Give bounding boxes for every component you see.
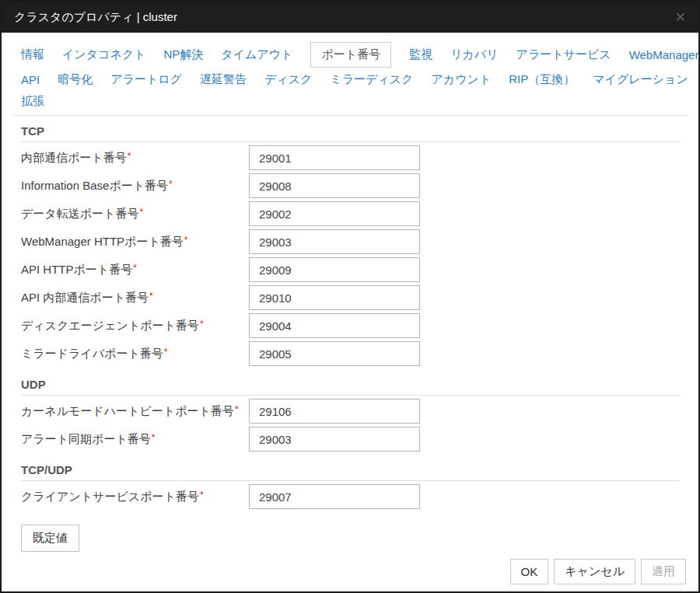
field-row: ミラードライバポート番号*: [21, 341, 679, 366]
port-number-panel: TCP 内部通信ポート番号* Information Baseポート番号* デー…: [2, 116, 698, 552]
information-base-port-input[interactable]: [249, 173, 420, 198]
field-row: クライアントサービスポート番号*: [21, 484, 679, 509]
tab-interconnect[interactable]: インタコネクト: [62, 47, 145, 62]
dialog-titlebar: クラスタのプロパティ | cluster ✕: [2, 2, 698, 33]
field-row: データ転送ポート番号*: [21, 201, 679, 226]
field-label: アラート同期ポート番号*: [21, 432, 249, 447]
field-label: カーネルモードハートビートポート番号*: [21, 404, 249, 419]
field-label: データ転送ポート番号*: [21, 207, 249, 222]
tab-extension[interactable]: 拡張: [21, 94, 44, 109]
internal-communication-port-input[interactable]: [249, 145, 420, 170]
field-label: クライアントサービスポート番号*: [21, 490, 249, 504]
section-heading-udp: UDP: [21, 369, 679, 396]
required-marker: *: [149, 291, 153, 302]
required-marker: *: [200, 319, 204, 330]
field-label: ミラードライバポート番号*: [21, 347, 249, 361]
tab-api[interactable]: API: [21, 73, 40, 86]
required-marker: *: [164, 347, 168, 358]
required-marker: *: [169, 179, 173, 190]
field-row: カーネルモードハートビートポート番号*: [21, 399, 679, 424]
field-row: 内部通信ポート番号*: [21, 145, 679, 170]
tab-info[interactable]: 情報: [21, 47, 44, 62]
tab-recovery[interactable]: リカバリ: [450, 47, 498, 62]
field-row: API HTTPポート番号*: [21, 257, 679, 282]
field-label: Information Baseポート番号*: [21, 179, 249, 194]
cancel-button[interactable]: キャンセル: [554, 559, 635, 584]
client-service-port-input[interactable]: [249, 484, 420, 509]
tab-disk[interactable]: ディスク: [264, 72, 312, 87]
required-marker: *: [200, 490, 204, 501]
required-marker: *: [139, 207, 143, 218]
section-heading-tcp: TCP: [21, 116, 679, 142]
cluster-properties-dialog: クラスタのプロパティ | cluster ✕ 情報 インタコネクト NP解決 タ…: [0, 0, 700, 593]
required-marker: *: [184, 235, 188, 246]
api-http-port-input[interactable]: [249, 257, 420, 282]
data-transfer-port-input[interactable]: [249, 201, 420, 226]
required-marker: *: [128, 151, 131, 162]
tab-row-3: 拡張: [21, 94, 688, 109]
tab-bar: 情報 インタコネクト NP解決 タイムアウト ポート番号 監視 リカバリ アラー…: [2, 33, 698, 109]
api-internal-communication-port-input[interactable]: [249, 285, 420, 310]
webmanager-http-port-input[interactable]: [249, 229, 420, 254]
alert-sync-port-input[interactable]: [249, 427, 420, 452]
apply-button[interactable]: 適用: [641, 559, 686, 584]
field-label: API 内部通信ポート番号*: [21, 291, 249, 305]
section-heading-tcp-udp: TCP/UDP: [21, 455, 679, 481]
dialog-footer: OK キャンセル 適用: [510, 559, 686, 584]
tab-port-number[interactable]: ポート番号: [310, 42, 391, 68]
field-row: WebManager HTTPポート番号*: [21, 229, 679, 254]
field-label: API HTTPポート番号*: [21, 263, 249, 277]
tab-account[interactable]: アカウント: [431, 72, 491, 87]
field-row: ディスクエージェントポート番号*: [21, 313, 679, 338]
tab-alert-log[interactable]: アラートログ: [110, 72, 182, 87]
tab-mirror-disk[interactable]: ミラーディスク: [330, 72, 413, 87]
default-values-button[interactable]: 既定値: [21, 525, 79, 552]
tab-migration[interactable]: マイグレーション: [593, 72, 688, 87]
required-marker: *: [235, 404, 239, 415]
kernel-mode-heartbeat-port-input[interactable]: [249, 399, 420, 424]
field-row: API 内部通信ポート番号*: [21, 285, 679, 310]
mirror-driver-port-input[interactable]: [249, 341, 420, 366]
field-label: WebManager HTTPポート番号*: [21, 235, 249, 249]
close-icon[interactable]: ✕: [675, 11, 686, 24]
tab-row-1: 情報 インタコネクト NP解決 タイムアウト ポート番号 監視 リカバリ アラー…: [21, 42, 688, 68]
tab-alert-service[interactable]: アラートサービス: [516, 47, 611, 62]
field-row: アラート同期ポート番号*: [21, 427, 679, 452]
disk-agent-port-input[interactable]: [249, 313, 420, 338]
ok-button[interactable]: OK: [510, 559, 549, 584]
tab-encryption[interactable]: 暗号化: [58, 72, 93, 87]
tab-row-2: API 暗号化 アラートログ 遅延警告 ディスク ミラーディスク アカウント R…: [21, 72, 688, 87]
dialog-title: クラスタのプロパティ | cluster: [14, 10, 177, 25]
tab-timeout[interactable]: タイムアウト: [221, 47, 292, 62]
required-marker: *: [133, 263, 137, 274]
tab-rip-compat[interactable]: RIP（互換）: [509, 72, 575, 87]
tab-monitor[interactable]: 監視: [409, 47, 432, 62]
tab-webmanager[interactable]: WebManager: [629, 48, 699, 61]
field-label: ディスクエージェントポート番号*: [21, 319, 249, 333]
tab-delay-warning[interactable]: 遅延警告: [200, 72, 247, 87]
field-row: Information Baseポート番号*: [21, 173, 679, 198]
field-label: 内部通信ポート番号*: [21, 151, 249, 166]
required-marker: *: [152, 432, 156, 443]
tab-np-resolution[interactable]: NP解決: [163, 47, 203, 62]
